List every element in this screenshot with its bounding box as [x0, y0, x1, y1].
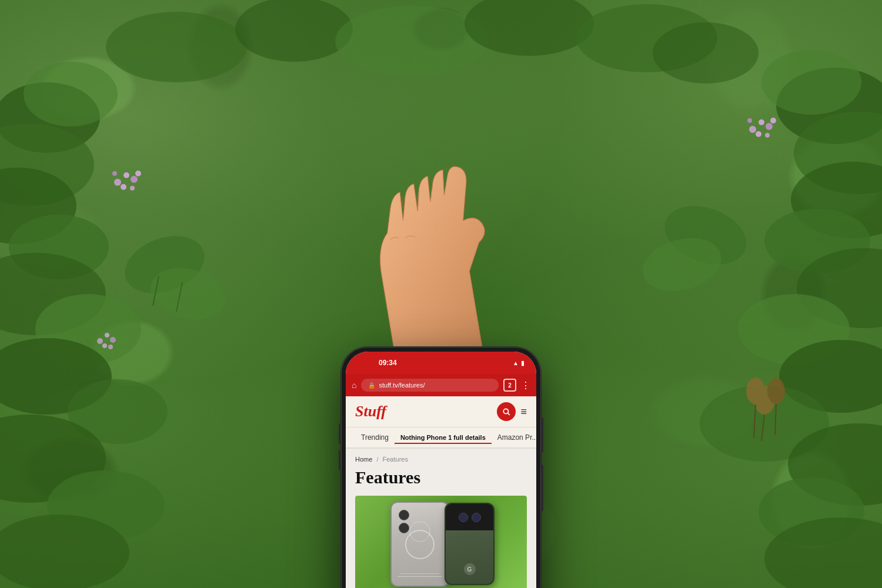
pixel-main-lens	[459, 513, 468, 522]
navigation-bar: Trending Nothing Phone 1 full details Am…	[346, 427, 536, 449]
hand-illustration	[318, 94, 564, 347]
pixel-secondary-lens	[472, 513, 481, 522]
nav-item-amazon[interactable]: Amazon Pr...	[492, 431, 536, 444]
svg-point-61	[504, 409, 509, 413]
wifi-icon: ▲	[513, 360, 519, 366]
pixel-camera-strip	[446, 504, 493, 530]
page-content: Home / Features Features	[346, 449, 536, 588]
url-text[interactable]: stuff.tv/features/	[379, 382, 425, 389]
browser-tabs-button[interactable]: 2	[503, 379, 516, 392]
browser-home-icon[interactable]: ⌂	[352, 380, 356, 390]
status-icons: ▲ ▮	[513, 359, 524, 367]
svg-line-62	[508, 413, 510, 415]
inner-coil	[410, 522, 430, 542]
volume-up-button	[339, 423, 341, 444]
site-logo[interactable]: Stuff	[355, 403, 386, 420]
volume-down-button	[339, 450, 341, 470]
secondary-lens	[399, 523, 409, 533]
article-card-1[interactable]: G FEATURES Nothin	[355, 496, 527, 588]
breadcrumb: Home / Features	[355, 456, 527, 463]
pixel-phone-mockup: G	[445, 503, 495, 585]
pixel-g-logo: G	[464, 563, 476, 575]
article-image-1: G	[355, 496, 527, 588]
scene-container: 09:34 ▲ ▮ ⌂ 🔒 stuff.tv/features/	[0, 0, 882, 588]
nav-item-trending[interactable]: Trending	[355, 431, 395, 444]
breadcrumb-home[interactable]: Home	[355, 456, 372, 463]
camera-module	[399, 510, 409, 533]
breadcrumb-separator: /	[376, 456, 380, 463]
site-header: Stuff ≡	[346, 396, 536, 427]
browser-chrome[interactable]: ⌂ 🔒 stuff.tv/features/ 2 ⋮	[346, 374, 536, 396]
browser-menu-icon[interactable]: ⋮	[521, 380, 530, 391]
status-bar: 09:34 ▲ ▮	[346, 352, 536, 374]
breadcrumb-current: Features	[383, 456, 408, 463]
phone-screen: 09:34 ▲ ▮ ⌂ 🔒 stuff.tv/features/	[346, 352, 536, 588]
battery-icon: ▮	[521, 359, 524, 367]
glyph-line	[397, 576, 442, 577]
hamburger-menu-button[interactable]: ≡	[520, 406, 527, 418]
phone-device: 09:34 ▲ ▮ ⌂ 🔒 stuff.tv/features/	[341, 347, 541, 588]
main-lens	[399, 510, 409, 520]
lock-icon: 🔒	[368, 382, 375, 389]
address-bar[interactable]: 🔒 stuff.tv/features/	[361, 379, 499, 392]
glyph-line-2	[400, 573, 439, 574]
page-title: Features	[355, 467, 527, 487]
phone-shell: 09:34 ▲ ▮ ⌂ 🔒 stuff.tv/features/	[341, 347, 541, 588]
search-button[interactable]	[497, 402, 516, 421]
nothing-phone-mockup	[390, 502, 449, 587]
status-time: 09:34	[379, 359, 397, 367]
header-actions: ≡	[497, 402, 527, 421]
nav-item-nothing-phone[interactable]: Nothing Phone 1 full details	[395, 432, 492, 444]
